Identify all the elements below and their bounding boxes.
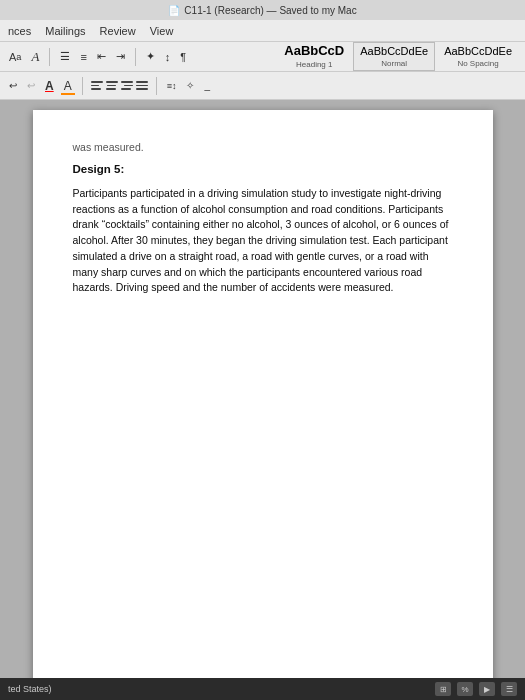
toolbar-sep3 [82, 77, 83, 95]
menu-view[interactable]: View [150, 25, 174, 37]
format-button1[interactable]: ✦ [143, 48, 158, 65]
align-justify-button[interactable] [135, 79, 149, 93]
doc-icon: 📄 [168, 5, 180, 16]
numbered-list-button[interactable]: ≡ [77, 49, 89, 65]
format-button2[interactable]: ↕ [162, 49, 174, 65]
status-text: ted States) [8, 684, 431, 694]
redo-button[interactable]: ↩ [24, 78, 38, 93]
bullet-list-button[interactable]: ☰ [57, 48, 73, 65]
status-icon2[interactable]: % [457, 682, 473, 696]
font-style-button[interactable]: Aa [6, 49, 24, 65]
status-icon3[interactable]: ▶ [479, 682, 495, 696]
font-style-button2[interactable]: A [28, 47, 42, 67]
color-button2[interactable]: A [61, 77, 75, 95]
align-left-button[interactable] [90, 79, 104, 93]
menu-nces[interactable]: nces [8, 25, 31, 37]
design-heading: Design 5: [73, 161, 453, 178]
align-right-button[interactable] [120, 79, 134, 93]
menu-bar: nces Mailings Review View [0, 20, 525, 42]
line-spacing-button[interactable]: ≡↕ [164, 79, 180, 93]
status-bar: ted States) ⊞ % ▶ ☰ [0, 678, 525, 700]
nospacing-label: No Spacing [457, 59, 498, 68]
style-box: AaBbCcD Heading 1 AaBbCcDdEe Normal AaBb… [277, 41, 519, 71]
status-icon4[interactable]: ☰ [501, 682, 517, 696]
align-center-button[interactable] [105, 79, 119, 93]
style-nospacing[interactable]: AaBbCcDdEe No Spacing [437, 42, 519, 70]
toolbar-sep4 [156, 77, 157, 95]
status-icons: ⊞ % ▶ ☰ [435, 682, 517, 696]
toolbar-row2: ↩ ↩ A A ≡↕ ✧ _ [0, 72, 525, 100]
insert-button[interactable]: _ [201, 78, 213, 93]
title-bar: 📄 C11-1 (Research) — Saved to my Mac [0, 0, 525, 20]
title-text: C11-1 (Research) — Saved to my Mac [184, 5, 356, 16]
cut-text: was measured. [73, 140, 453, 155]
word-page: was measured. Design 5: Participants par… [33, 110, 493, 678]
increase-indent-button[interactable]: ⇥ [113, 48, 128, 65]
normal-label: Normal [381, 59, 407, 68]
toolbar-sep2 [135, 48, 136, 66]
toolbar-sep1 [49, 48, 50, 66]
style-normal[interactable]: AaBbCcDdEe Normal [353, 42, 435, 70]
status-icon1[interactable]: ⊞ [435, 682, 451, 696]
menu-review[interactable]: Review [100, 25, 136, 37]
color-a-button[interactable]: A [42, 77, 57, 95]
document-area: was measured. Design 5: Participants par… [0, 100, 525, 678]
align-group [90, 79, 149, 93]
undo-button[interactable]: ↩ [6, 78, 20, 93]
heading1-label: Heading 1 [296, 60, 332, 69]
nospacing-preview: AaBbCcDdEe [444, 45, 512, 57]
toolbar-row1: Aa A ☰ ≡ ⇤ ⇥ ✦ ↕ ¶ AaBbCcD Heading 1 AaB… [0, 42, 525, 72]
heading1-preview: AaBbCcD [284, 44, 344, 58]
paragraph-mark-button[interactable]: ¶ [177, 49, 189, 65]
special-char-button[interactable]: ✧ [183, 78, 197, 93]
menu-mailings[interactable]: Mailings [45, 25, 85, 37]
main-paragraph: Participants participated in a driving s… [73, 186, 453, 296]
normal-preview: AaBbCcDdEe [360, 45, 428, 57]
decrease-indent-button[interactable]: ⇤ [94, 48, 109, 65]
style-heading1[interactable]: AaBbCcD Heading 1 [277, 41, 351, 71]
